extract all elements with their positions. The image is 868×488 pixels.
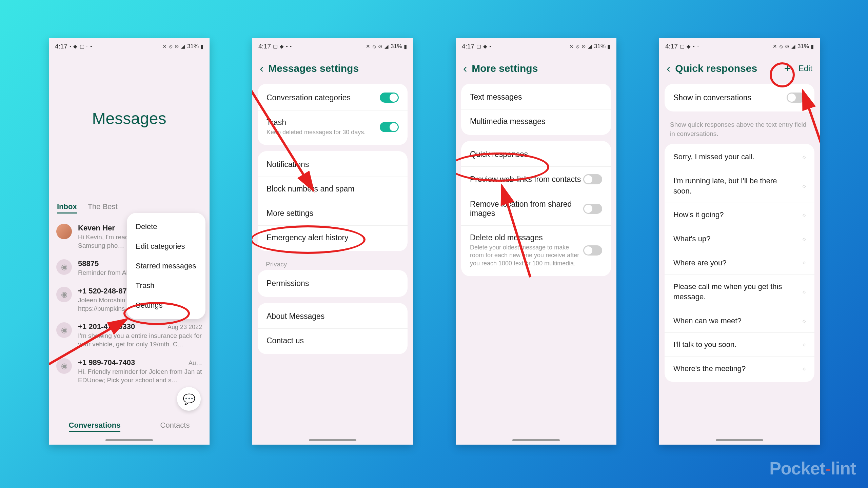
add-button[interactable]: + <box>784 62 791 75</box>
settings-group: Quick responses Preview web links from c… <box>461 141 611 276</box>
quick-response-item[interactable]: Please call me when you get this message… <box>665 274 814 308</box>
setting-notifications[interactable]: Notifications <box>258 152 408 177</box>
back-button[interactable]: ‹ <box>667 62 670 75</box>
menu-settings[interactable]: Settings <box>127 296 205 315</box>
quick-response-item[interactable]: Where's the meeting?◇ <box>665 357 814 381</box>
setting-permissions[interactable]: Permissions <box>258 271 408 296</box>
screen-more-settings: 4:17▢ ◆ ▪ ✕ ⦸ ⊘ ◢31%▮ ‹ More settings Te… <box>456 38 616 445</box>
setting-conversation-categories[interactable]: Conversation categories <box>258 85 408 110</box>
conversation-name: +1 520-248-8741 <box>78 287 135 296</box>
toggle-switch[interactable] <box>583 204 602 214</box>
setting-text-messages[interactable]: Text messages <box>461 85 611 109</box>
status-notif-icons: ▢ ◆ ▪ <box>476 43 492 49</box>
conversation-date: Aug 23 2022 <box>167 324 202 331</box>
nav-handle <box>512 439 560 441</box>
setting-contact-us[interactable]: Contact us <box>258 328 408 353</box>
expand-collapse-icon[interactable]: ◇ <box>803 319 806 323</box>
nav-handle <box>716 439 763 441</box>
quick-response-item[interactable]: What's up?◇ <box>665 227 814 251</box>
header-title: More settings <box>472 63 538 74</box>
overflow-menu: Delete Edit categories Starred messages … <box>127 213 205 319</box>
back-button[interactable]: ‹ <box>463 62 467 75</box>
tab-inbox[interactable]: Inbox <box>57 202 77 214</box>
screen-messages: 4:17▪ ◆ ▢ ▫ • ✕ ⦸ ⊘ ◢31%▮ Messages Inbox… <box>49 38 210 445</box>
menu-edit-categories[interactable]: Edit categories <box>127 237 205 256</box>
nav-handle <box>105 439 153 441</box>
header: ‹ More settings <box>456 55 616 84</box>
setting-emergency-alert[interactable]: Emergency alert history <box>258 225 408 250</box>
settings-group: Conversation categories TrashKeep delete… <box>258 84 408 145</box>
quick-response-item[interactable]: When can we meet?◇ <box>665 309 814 333</box>
conversation-item[interactable]: ◉ +1 201-473-9330Aug 23 2022I'm showing … <box>49 318 210 353</box>
edit-button[interactable]: Edit <box>798 64 812 73</box>
status-bar: 4:17▢ ◆ ▪ ▫ ✕ ⦸ ⊘ ◢31%▮ <box>659 38 820 55</box>
avatar: ◉ <box>56 287 72 302</box>
setting-label: Quick responses <box>470 150 528 159</box>
avatar <box>56 224 72 239</box>
setting-quick-responses[interactable]: Quick responses <box>461 142 611 166</box>
expand-collapse-icon[interactable]: ◇ <box>803 289 806 294</box>
setting-block-spam[interactable]: Block numbers and spam <box>258 177 408 201</box>
settings-group: Notifications Block numbers and spam Mor… <box>258 151 408 251</box>
toggle-switch[interactable] <box>583 245 602 256</box>
expand-collapse-icon[interactable]: ◇ <box>803 155 806 159</box>
setting-label: Preview web links from contacts <box>470 175 583 184</box>
new-message-fab[interactable]: 💬 <box>177 387 201 411</box>
expand-collapse-icon[interactable]: ◇ <box>803 212 806 217</box>
setting-label: Trash <box>267 118 380 127</box>
setting-label: Text messages <box>470 93 522 102</box>
menu-delete[interactable]: Delete <box>127 217 205 237</box>
status-battery: 31% <box>391 43 402 50</box>
conversation-preview: Hi. Friendly reminder for Joleen from Ja… <box>78 368 202 384</box>
expand-collapse-icon[interactable]: ◇ <box>803 342 806 347</box>
power-icon: - <box>825 459 831 478</box>
quick-response-item[interactable]: I'll talk to you soon.◇ <box>665 332 814 357</box>
conversation-item[interactable]: ◉ +1 989-704-7403Au…Hi. Friendly reminde… <box>49 353 210 389</box>
setting-label: Delete old messages <box>470 233 583 242</box>
bottom-tab-conversations[interactable]: Conversations <box>69 421 121 432</box>
chat-plus-icon: 💬 <box>183 393 195 405</box>
quick-response-item[interactable]: Sorry, I missed your call.◇ <box>665 145 814 169</box>
header: ‹ Messages settings <box>252 55 413 84</box>
setting-show-in-conversations[interactable]: Show in conversations <box>665 85 814 110</box>
settings-group: Text messages Multimedia messages <box>461 84 611 135</box>
setting-about[interactable]: About Messages <box>258 304 408 328</box>
toggle-switch[interactable] <box>583 174 602 184</box>
quick-response-item[interactable]: Where are you?◇ <box>665 251 814 275</box>
header-title: Messages settings <box>268 63 359 74</box>
quick-response-item[interactable]: I'm running late, but I'll be there soon… <box>665 169 814 203</box>
setting-desc: Delete your oldest message to make room … <box>470 244 583 267</box>
status-battery: 31% <box>187 43 199 50</box>
status-notif-icons: ▢ ◆ ▪ • <box>273 43 292 49</box>
avatar: ◉ <box>56 259 72 275</box>
header-title: Quick responses <box>675 63 757 74</box>
conversation-name: 58875 <box>78 259 99 268</box>
status-notif-icons: ▪ ◆ ▢ ▫ • <box>70 43 93 49</box>
expand-collapse-icon[interactable]: ◇ <box>803 237 806 241</box>
conversation-date: Au… <box>189 360 202 367</box>
back-button[interactable]: ‹ <box>260 62 263 75</box>
setting-label: Permissions <box>267 279 309 288</box>
toggle-switch[interactable] <box>380 122 399 132</box>
setting-remove-location[interactable]: Remove location from shared images <box>461 192 611 225</box>
status-time: 4:17 <box>462 43 474 50</box>
response-text: How's it going? <box>673 210 803 220</box>
expand-collapse-icon[interactable]: ◇ <box>803 260 806 265</box>
setting-trash[interactable]: TrashKeep deleted messages for 30 days. <box>258 110 408 144</box>
menu-trash[interactable]: Trash <box>127 276 205 296</box>
conversation-name: Keven Her <box>78 224 115 232</box>
setting-more-settings[interactable]: More settings <box>258 201 408 225</box>
expand-collapse-icon[interactable]: ◇ <box>803 366 806 371</box>
setting-preview-web-links[interactable]: Preview web links from contacts <box>461 166 611 192</box>
tab-thebest[interactable]: The Best <box>88 202 118 214</box>
setting-multimedia-messages[interactable]: Multimedia messages <box>461 109 611 134</box>
status-signal-icons: ✕ ⦸ ⊘ ◢ <box>773 43 796 49</box>
toggle-switch[interactable] <box>380 93 399 103</box>
setting-delete-old[interactable]: Delete old messagesDelete your oldest me… <box>461 225 611 275</box>
bottom-tab-contacts[interactable]: Contacts <box>160 421 190 432</box>
toggle-switch[interactable] <box>787 93 806 103</box>
help-text: Show quick responses above the text entr… <box>659 118 820 144</box>
quick-response-item[interactable]: How's it going?◇ <box>665 203 814 227</box>
menu-starred[interactable]: Starred messages <box>127 256 205 276</box>
expand-collapse-icon[interactable]: ◇ <box>803 184 806 188</box>
